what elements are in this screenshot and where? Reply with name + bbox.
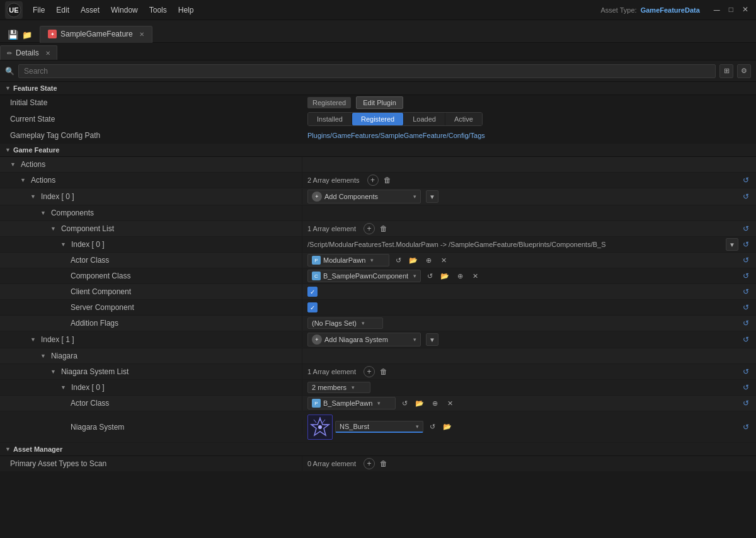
server-component-checkbox[interactable]: ✓: [307, 302, 318, 312]
primary-asset-array-info: 0 Array element: [307, 460, 356, 467]
niagara-system-list-reset-button[interactable]: ↺: [741, 367, 751, 377]
search-grid-button[interactable]: ⊞: [719, 64, 733, 78]
index0-row: ▼ Index [ 0 ] + Add Components ▾ ▼ ↺: [0, 188, 756, 205]
asset-type-name: GameFeatureData: [641, 6, 700, 14]
niagara-index0-reset-button[interactable]: ↺: [741, 382, 751, 392]
details-close-icon[interactable]: ✕: [45, 50, 50, 57]
search-settings-button[interactable]: ⚙: [737, 64, 751, 78]
component-class-add-btn[interactable]: ⊕: [454, 270, 466, 282]
niagara-actor-class-browse-btn[interactable]: 📂: [413, 397, 426, 409]
index1-reset-button[interactable]: ↺: [741, 335, 751, 345]
actor-class-browse-btn[interactable]: 📂: [407, 254, 420, 266]
menu-tools[interactable]: Tools: [144, 4, 172, 16]
asset-manager-label: Asset Manager: [13, 445, 62, 453]
game-feature-collapse-icon: ▼: [5, 147, 11, 153]
niagara-system-icon: [307, 415, 333, 440]
client-component-reset[interactable]: ↺: [741, 287, 751, 297]
menu-asset[interactable]: Asset: [76, 4, 105, 16]
gameplay-tag-value: Plugins/GameFeatures/SampleGameFeature/C…: [307, 132, 485, 139]
menu-window[interactable]: Window: [106, 4, 143, 16]
component-class-dropdown[interactable]: C B_SamplePawnComponent ▾: [307, 270, 421, 282]
actions-delete-button[interactable]: 🗑: [381, 174, 394, 186]
niagara-system-list-add-button[interactable]: +: [364, 366, 375, 377]
component-class-reset-btn[interactable]: ↺: [423, 270, 436, 282]
add-niagara-dropdown[interactable]: + Add Niagara System ▾: [307, 333, 421, 346]
details-tab[interactable]: ✏ Details ✕: [0, 45, 57, 60]
tab-close-icon[interactable]: ✕: [139, 31, 144, 38]
niagara-actor-class-reset-btn[interactable]: ↺: [398, 397, 411, 409]
niagara-system-list-delete-button[interactable]: 🗑: [377, 365, 390, 378]
edit-plugin-button[interactable]: Edit Plugin: [356, 96, 403, 109]
components-row: ▼ Components: [0, 205, 756, 221]
addition-flags-dropdown[interactable]: (No Flags Set) ▾: [307, 318, 383, 329]
browse-button[interactable]: 📁: [22, 30, 32, 40]
actor-class-clear-btn[interactable]: ✕: [437, 254, 450, 266]
index0-expand-button[interactable]: ▼: [426, 190, 438, 203]
asset-manager-header[interactable]: ▼ Asset Manager: [0, 443, 756, 456]
state-installed-button[interactable]: Installed: [308, 113, 352, 125]
niagara-system-reset-btn[interactable]: ↺: [426, 421, 438, 433]
niagara-actor-class-clear-btn[interactable]: ✕: [444, 397, 456, 409]
component-index0-reset-button[interactable]: ↺: [741, 239, 751, 249]
component-index0-row: ▼ Index [ 0 ] /Script/ModularFeaturesTes…: [0, 237, 756, 253]
save-button[interactable]: 💾: [8, 30, 18, 40]
niagara-system-browse-btn[interactable]: 📂: [441, 421, 454, 433]
state-active-button[interactable]: Active: [445, 113, 482, 125]
primary-asset-delete-button[interactable]: 🗑: [377, 457, 390, 470]
search-input[interactable]: [18, 64, 716, 78]
server-component-label: Server Component: [71, 303, 134, 312]
svg-line-5: [323, 420, 325, 423]
add-components-dropdown[interactable]: + Add Components ▾: [307, 190, 421, 203]
niagara-system-label: Niagara System: [71, 423, 124, 432]
index1-expand-button[interactable]: ▼: [426, 333, 438, 346]
minimize-button[interactable]: ─: [711, 5, 723, 15]
client-component-checkbox[interactable]: ✓: [307, 287, 318, 297]
component-index0-expand-button[interactable]: ▼: [726, 238, 738, 251]
niagara-actor-class-row-reset[interactable]: ↺: [741, 398, 751, 408]
index1-collapse-icon: ▼: [30, 336, 36, 343]
niagara-index0-members-dropdown[interactable]: 2 members ▾: [307, 382, 370, 393]
add-niagara-icon: +: [312, 335, 322, 345]
component-class-clear-btn[interactable]: ✕: [469, 270, 481, 282]
niagara-actor-class-dropdown[interactable]: P B_SamplePawn ▾: [307, 397, 396, 409]
add-niagara-label: Add Niagara System: [324, 336, 388, 343]
component-list-delete-button[interactable]: 🗑: [377, 222, 390, 235]
menu-file[interactable]: File: [28, 4, 50, 16]
server-component-reset[interactable]: ↺: [741, 302, 751, 312]
actions-add-button[interactable]: +: [367, 175, 379, 186]
actions-reset-button[interactable]: ↺: [741, 175, 751, 185]
component-class-browse-btn[interactable]: 📂: [438, 270, 451, 282]
actor-class-add-btn[interactable]: ⊕: [422, 254, 435, 266]
search-icon: 🔍: [5, 67, 14, 76]
close-button[interactable]: ✕: [740, 5, 751, 15]
addition-flags-chevron-icon: ▾: [362, 320, 365, 326]
feature-state-header[interactable]: ▼ Feature State: [0, 82, 756, 95]
tab-sample-game-feature[interactable]: ✦ SampleGameFeature ✕: [40, 26, 152, 43]
primary-asset-add-button[interactable]: +: [364, 458, 375, 469]
client-component-row: Client Component ✓ ↺: [0, 284, 756, 300]
addition-flags-reset[interactable]: ↺: [741, 318, 751, 328]
maximize-button[interactable]: □: [726, 5, 736, 15]
state-registered-button[interactable]: Registered: [352, 113, 403, 125]
component-list-add-button[interactable]: +: [364, 223, 375, 234]
menu-edit[interactable]: Edit: [51, 4, 74, 16]
actor-class-chevron-icon: ▾: [370, 257, 374, 263]
game-feature-header[interactable]: ▼ Game Feature: [0, 144, 756, 157]
state-loaded-button[interactable]: Loaded: [404, 113, 445, 125]
initial-state-row: Initial State Registered Edit Plugin: [0, 95, 756, 111]
index0-reset-button[interactable]: ↺: [741, 192, 751, 202]
component-class-icon: C: [312, 272, 321, 280]
actor-class-row-reset[interactable]: ↺: [741, 255, 751, 265]
asset-type-label: Asset Type:: [600, 6, 636, 14]
component-class-row-reset[interactable]: ↺: [741, 271, 751, 281]
niagara-system-row-reset[interactable]: ↺: [741, 422, 751, 432]
actor-class-reset-btn[interactable]: ↺: [392, 254, 404, 266]
niagara-actor-class-add-btn[interactable]: ⊕: [428, 397, 441, 409]
add-components-label: Add Components: [324, 193, 378, 200]
menu-help[interactable]: Help: [173, 4, 199, 16]
actor-class-dropdown[interactable]: P ModularPawn ▾: [307, 254, 389, 266]
actions-section-row[interactable]: ▼ Actions: [0, 157, 756, 173]
component-list-array-info: 1 Array element: [307, 225, 356, 232]
component-list-reset-button[interactable]: ↺: [741, 224, 751, 234]
ns-burst-dropdown[interactable]: NS_Burst ▾: [335, 421, 423, 433]
